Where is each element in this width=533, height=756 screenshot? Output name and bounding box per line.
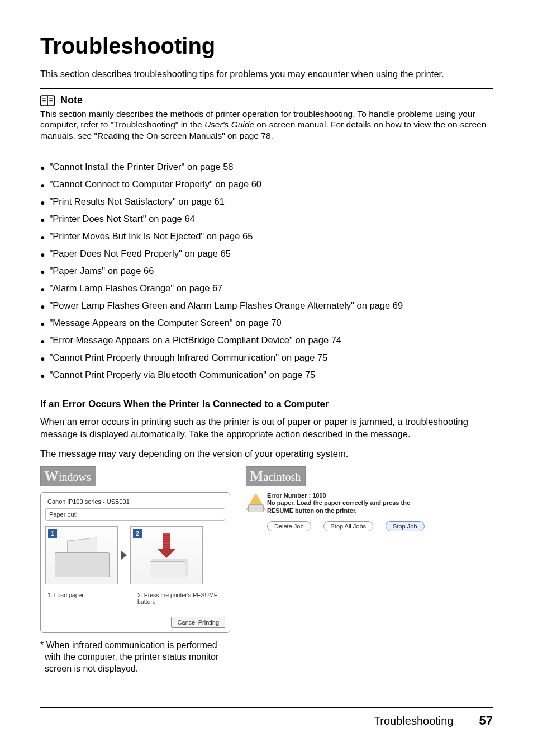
windows-caption-2: 2. Press the printer's RESUME button.	[135, 590, 225, 606]
note-body: This section mainly describes the method…	[40, 108, 493, 141]
macintosh-badge-text: acintosh	[264, 471, 301, 483]
toc-text[interactable]: "Power Lamp Flashes Green and Alarm Lamp…	[49, 300, 403, 311]
toc-text[interactable]: "Message Appears on the Computer Screen"…	[49, 318, 281, 328]
bullet-icon: ●	[40, 248, 45, 261]
toc-text[interactable]: "Error Message Appears on a PictBridge C…	[49, 335, 341, 346]
toc-item: ●"Alarm Lamp Flashes Orange" on page 67	[40, 283, 493, 295]
note-block: Note This section mainly describes the m…	[40, 88, 493, 147]
bullet-icon: ●	[40, 179, 45, 191]
windows-footnote: * When infrared communication is perform…	[40, 640, 225, 674]
note-body-em: User's Guide	[204, 120, 254, 129]
windows-step-images: 1 2	[45, 526, 225, 584]
windows-badge-text: indows	[59, 471, 91, 483]
toc-item: ●"Error Message Appears on a PictBridge …	[40, 335, 493, 347]
toc-text[interactable]: "Paper Does Not Feed Properly" on page 6…	[49, 248, 231, 259]
step-number-badge: 1	[48, 529, 57, 538]
page-footer: Troubleshooting 57	[40, 707, 493, 728]
bullet-icon: ●	[40, 266, 45, 278]
page-title: Troubleshooting	[40, 34, 493, 59]
toc-text[interactable]: "Printer Moves But Ink Is Not Ejected" o…	[49, 231, 253, 242]
footer-section: Troubleshooting	[374, 715, 454, 727]
note-title: Note	[60, 94, 83, 106]
windows-step1-image: 1	[45, 526, 118, 584]
bullet-icon: ●	[40, 318, 45, 330]
toc-item: ●"Power Lamp Flashes Green and Alarm Lam…	[40, 300, 493, 313]
error-message: No paper. Load the paper correctly and p…	[267, 499, 436, 515]
windows-column: Windows Canon iP100 series - USB001 Pape…	[40, 466, 230, 674]
bullet-icon: ●	[40, 352, 45, 365]
windows-dialog: Canon iP100 series - USB001 Paper out! 1…	[40, 492, 230, 633]
warning-printer-icon	[246, 492, 260, 512]
macintosh-error-text: Error Number : 1000 No paper. Load the p…	[267, 492, 436, 532]
toc-item: ●"Cannot Install the Printer Driver" on …	[40, 162, 493, 174]
footer-page-number: 57	[479, 714, 493, 728]
intro-text: This section describes troubleshooting t…	[40, 69, 493, 79]
windows-badge: Windows	[40, 466, 96, 486]
toc-item: ●"Cannot Connect to Computer Properly" o…	[40, 179, 493, 191]
toc-list: ●"Cannot Install the Printer Driver" on …	[40, 162, 493, 382]
cancel-printing-button[interactable]: Cancel Printing	[171, 617, 225, 628]
windows-dialog-title: Canon iP100 series - USB001	[45, 497, 225, 508]
printer-illustration	[55, 552, 110, 577]
bullet-icon: ●	[40, 370, 45, 382]
arrow-down-icon	[158, 533, 175, 558]
bullet-icon: ●	[40, 162, 45, 174]
error-number: Error Number : 1000	[267, 492, 436, 499]
toc-item: ●"Printer Does Not Start" on page 64	[40, 214, 493, 226]
bullet-icon: ●	[40, 300, 45, 313]
subheading: If an Error Occurs When the Printer Is C…	[40, 399, 493, 410]
toc-item: ●"Message Appears on the Computer Screen…	[40, 318, 493, 330]
bullet-icon: ●	[40, 214, 45, 226]
step-number-badge: 2	[133, 529, 142, 538]
bullet-icon: ●	[40, 231, 45, 243]
note-header: Note	[40, 94, 493, 106]
stop-job-button[interactable]: Stop Job	[386, 521, 424, 531]
macintosh-badge: Macintosh	[246, 466, 306, 486]
stop-all-jobs-button[interactable]: Stop All Jobs	[323, 521, 374, 531]
macintosh-column: Macintosh Error Number : 1000 No paper. …	[246, 466, 436, 674]
toc-text[interactable]: "Print Results Not Satisfactory" on page…	[49, 196, 224, 207]
os-examples-row: Windows Canon iP100 series - USB001 Pape…	[40, 466, 493, 674]
toc-text[interactable]: "Cannot Print Properly through Infrared …	[49, 352, 327, 363]
bullet-icon: ●	[40, 283, 45, 295]
toc-item: ●"Paper Jams" on page 66	[40, 266, 493, 278]
toc-item: ●"Print Results Not Satisfactory" on pag…	[40, 196, 493, 209]
macintosh-button-row: Delete Job Stop All Jobs Stop Job	[267, 521, 436, 531]
toc-item: ●"Cannot Print Properly via Bluetooth Co…	[40, 370, 493, 382]
toc-text[interactable]: "Printer Does Not Start" on page 64	[49, 214, 194, 224]
note-icon	[40, 95, 55, 106]
paper-illustration	[150, 561, 185, 578]
toc-text[interactable]: "Cannot Print Properly via Bluetooth Com…	[49, 370, 315, 380]
bullet-icon: ●	[40, 335, 45, 347]
paragraph: The message may vary depending on the ve…	[40, 447, 493, 460]
toc-text[interactable]: "Paper Jams" on page 66	[49, 266, 154, 276]
toc-item: ●"Printer Moves But Ink Is Not Ejected" …	[40, 231, 493, 243]
toc-item: ●"Cannot Print Properly through Infrared…	[40, 352, 493, 365]
windows-button-row: Cancel Printing	[45, 612, 225, 628]
bullet-icon: ●	[40, 196, 45, 209]
delete-job-button[interactable]: Delete Job	[267, 521, 311, 531]
windows-paperout-field: Paper out!	[45, 508, 225, 521]
toc-text[interactable]: "Cannot Connect to Computer Properly" on…	[49, 179, 261, 190]
windows-step2-image: 2	[130, 526, 203, 584]
toc-text[interactable]: "Alarm Lamp Flashes Orange" on page 67	[49, 283, 222, 294]
toc-item: ●"Paper Does Not Feed Properly" on page …	[40, 248, 493, 261]
windows-captions: 1. Load paper. 2. Press the printer's RE…	[45, 588, 225, 606]
paragraph: When an error occurs in printing such as…	[40, 415, 493, 441]
toc-text[interactable]: "Cannot Install the Printer Driver" on p…	[49, 162, 233, 172]
windows-caption-1: 1. Load paper.	[45, 590, 135, 606]
arrow-right-icon	[121, 551, 127, 560]
macintosh-dialog: Error Number : 1000 No paper. Load the p…	[246, 492, 436, 532]
